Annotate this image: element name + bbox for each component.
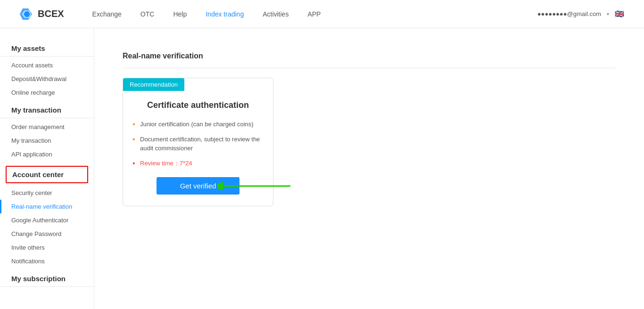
logo[interactable]: BCEX: [19, 7, 64, 22]
card-title: Certificate authentication: [123, 100, 273, 110]
card-list: Junior certification (can be charged coi…: [123, 120, 273, 168]
sidebar-item-account-assets[interactable]: Account assets: [0, 58, 94, 72]
sidebar-item-invite-others[interactable]: Invite others: [0, 241, 94, 254]
page-title: Real-name verification: [123, 52, 616, 68]
nav-exchange[interactable]: Exchange: [92, 10, 122, 18]
sidebar-my-subscription-title: My subscription: [0, 268, 94, 287]
sidebar-real-name-wrapper: Real-name verification: [0, 200, 94, 213]
verification-card: Recommendation Certificate authenticatio…: [123, 78, 273, 206]
main-nav: Exchange OTC Help Index trading Activiti…: [92, 10, 537, 18]
nav-help[interactable]: Help: [173, 10, 187, 18]
main-layout: My assets Account assets Deposit&Withdra…: [0, 28, 644, 309]
recommendation-badge: Recommendation: [123, 78, 184, 91]
user-dropdown-arrow[interactable]: ▾: [607, 11, 609, 16]
logo-text: BCEX: [38, 8, 64, 19]
sidebar-item-security-center[interactable]: Security center: [0, 186, 94, 200]
button-wrapper: Get verified: [123, 177, 273, 195]
sidebar-item-deposit-withdrawal[interactable]: Deposit&Withdrawal: [0, 72, 94, 86]
nav-activities[interactable]: Activities: [263, 10, 289, 18]
sidebar-item-online-recharge[interactable]: Online recharge: [0, 86, 94, 99]
user-email: ●●●●●●●●@gmail.com: [537, 10, 601, 17]
sidebar-my-transaction-title: My transaction: [0, 99, 94, 118]
sidebar: My assets Account assets Deposit&Withdra…: [0, 28, 94, 309]
sidebar-account-center-title: Account center: [6, 166, 88, 183]
sidebar-item-my-transaction[interactable]: My transaction: [0, 134, 94, 147]
card-list-item-1: Junior certification (can be charged coi…: [132, 120, 264, 129]
card-list-item-3: Review time：7*24: [132, 159, 264, 168]
header: BCEX Exchange OTC Help Index trading Act…: [0, 0, 644, 28]
logo-icon: [19, 7, 34, 22]
card-list-item-2: Document certification, subject to revie…: [132, 135, 264, 153]
sidebar-item-change-password[interactable]: Change Password: [0, 227, 94, 241]
main-content: Real-name verification Recommendation Ce…: [104, 38, 635, 300]
sidebar-item-real-name-verification[interactable]: Real-name verification: [0, 200, 94, 213]
language-flag[interactable]: 🇬🇧: [614, 8, 625, 20]
sidebar-my-assets-title: My assets: [0, 38, 94, 57]
sidebar-item-api-application[interactable]: API application: [0, 147, 94, 161]
sidebar-item-order-management[interactable]: Order management: [0, 120, 94, 134]
header-right: ●●●●●●●●@gmail.com ▾ 🇬🇧: [537, 8, 625, 20]
sidebar-item-google-authenticator[interactable]: Google Authenticator: [0, 213, 94, 227]
sidebar-item-notifications[interactable]: Notifications: [0, 254, 94, 268]
nav-app[interactable]: APP: [307, 10, 321, 18]
nav-otc[interactable]: OTC: [140, 10, 155, 18]
nav-index-trading[interactable]: Index trading: [206, 10, 244, 18]
green-arrow-button: [217, 178, 293, 195]
